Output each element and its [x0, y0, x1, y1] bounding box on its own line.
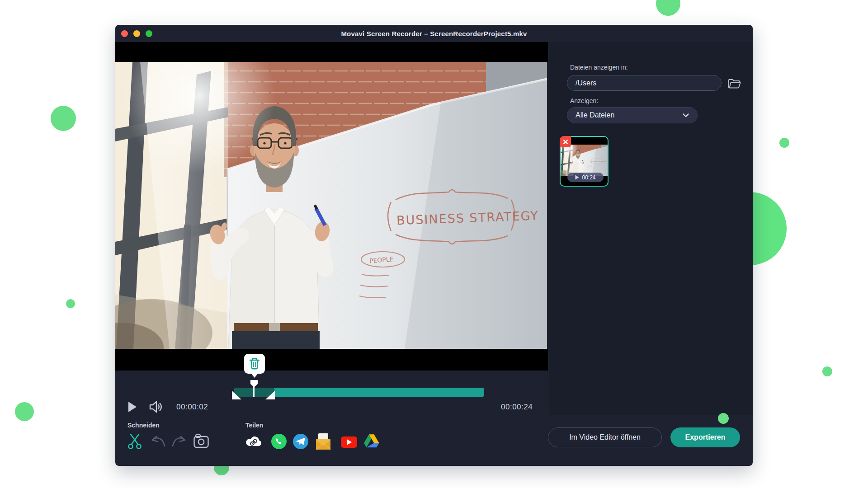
share-section-label: Teilen [245, 422, 263, 429]
playhead-line[interactable] [253, 385, 255, 397]
scissors-icon[interactable] [127, 433, 142, 450]
snapshot-camera-icon[interactable] [193, 433, 209, 449]
redo-icon[interactable] [170, 435, 187, 448]
files-sidebar: Dateien anzeigen in: Anzeigen: Alle Date… [548, 42, 753, 415]
open-in-editor-button[interactable]: Im Video Editor öffnen [548, 427, 662, 447]
decor-circle [66, 299, 75, 308]
telegram-icon[interactable] [292, 433, 309, 450]
export-button[interactable]: Exportieren [670, 427, 740, 447]
volume-icon[interactable] [149, 401, 163, 413]
video-preview-frame[interactable] [115, 62, 547, 349]
delete-thumbnail-icon[interactable] [560, 136, 571, 147]
footer-toolbar: Schneiden Teilen [115, 415, 753, 466]
decor-circle [779, 138, 789, 148]
chevron-down-icon [683, 113, 689, 117]
play-icon[interactable] [128, 402, 137, 412]
decor-circle [51, 106, 76, 131]
thumbnail-duration-badge: 00:24 [567, 173, 604, 182]
trash-icon [249, 357, 260, 370]
files-path-input[interactable] [567, 75, 722, 91]
desktop-background: Movavi Screen Recorder – ScreenRecorderP… [0, 0, 868, 488]
undo-icon[interactable] [151, 435, 167, 448]
decor-circle [822, 366, 832, 376]
decor-circle [656, 0, 680, 16]
letterbox-bottom [115, 349, 548, 371]
file-type-value: Alle Dateien [576, 111, 614, 119]
play-icon [575, 175, 579, 180]
thumbnail-frame [561, 145, 608, 176]
app-window: Movavi Screen Recorder – ScreenRecorderP… [115, 25, 753, 466]
open-folder-icon[interactable] [727, 78, 741, 89]
files-location-label: Dateien anzeigen in: [570, 64, 628, 71]
filter-label: Anzeigen: [570, 97, 598, 104]
window-title: Movavi Screen Recorder – ScreenRecorderP… [115, 30, 753, 38]
copy-link-icon[interactable] [245, 434, 263, 448]
total-time: 00:00:24 [501, 403, 533, 412]
video-preview-pane: 00:00:02 00:00:24 [115, 42, 548, 415]
file-type-dropdown[interactable]: Alle Dateien [567, 107, 698, 123]
decor-circle [15, 402, 34, 421]
letterbox-top [115, 42, 548, 62]
whatsapp-icon[interactable] [271, 433, 287, 450]
cut-section-label: Schneiden [127, 422, 160, 429]
youtube-icon[interactable] [340, 436, 358, 448]
delete-fragment-tooltip[interactable] [244, 354, 265, 374]
title-bar[interactable]: Movavi Screen Recorder – ScreenRecorderP… [115, 25, 753, 42]
current-time: 00:00:02 [176, 403, 208, 412]
email-icon[interactable] [315, 432, 332, 450]
google-drive-icon[interactable] [364, 434, 379, 448]
decor-circle [718, 413, 729, 424]
